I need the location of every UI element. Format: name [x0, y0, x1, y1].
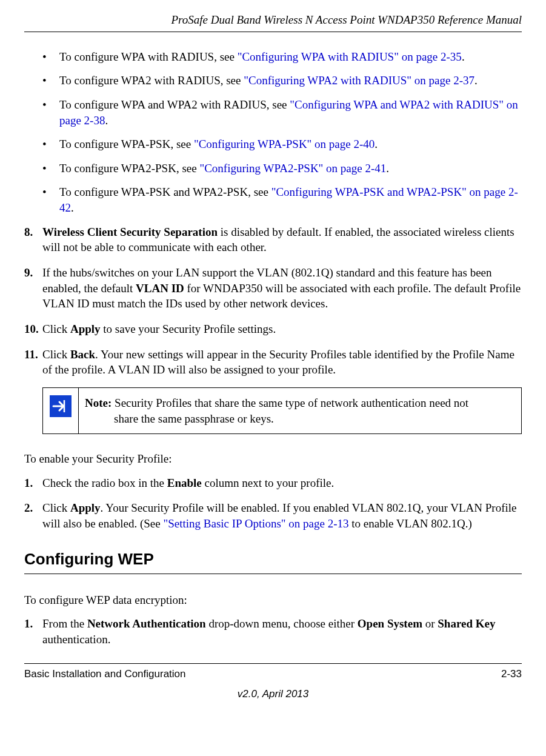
page-header-title: ProSafe Dual Band Wireless N Access Poin… — [24, 12, 522, 32]
text: to save your Security Profile settings. — [101, 323, 276, 335]
text: To configure WPA2-PSK, see — [59, 162, 199, 175]
text: To configure WPA-PSK and WPA2-PSK, see — [59, 186, 271, 198]
step-8: 8. Wireless Client Security Separation i… — [24, 224, 522, 255]
note-box: Note: Security Profiles that share the s… — [42, 387, 522, 434]
text: column next to your profile. — [202, 477, 334, 489]
step-content: Wireless Client Security Separation is d… — [42, 224, 522, 255]
step-content: If the hubs/switches on your LAN support… — [42, 265, 522, 312]
bullet-marker: • — [42, 184, 59, 215]
bullet-content: To configure WPA-PSK and WPA2-PSK, see "… — [59, 184, 522, 215]
link-wpa-radius[interactable]: "Configuring WPA with RADIUS" on page 2-… — [238, 50, 462, 63]
wep-step-1: 1. From the Network Authentication drop-… — [24, 616, 522, 647]
step-number: 1. — [24, 616, 42, 647]
step-content: Check the radio box in the Enable column… — [42, 475, 522, 491]
enable-step-2: 2. Click Apply. Your Security Profile wi… — [24, 500, 522, 531]
text: From the — [42, 617, 87, 630]
bullet-item: • To configure WPA and WPA2 with RADIUS,… — [42, 97, 522, 128]
text: to enable VLAN 802.1Q.) — [349, 517, 472, 530]
bullet-content: To configure WPA-PSK, see "Configuring W… — [59, 136, 522, 152]
step-number: 10. — [24, 321, 42, 337]
text: . — [71, 201, 74, 214]
text: drop-down menu, choose either — [206, 617, 358, 630]
bullet-content: To configure WPA and WPA2 with RADIUS, s… — [59, 97, 522, 128]
page-footer: Basic Installation and Configuration 2-3… — [24, 663, 522, 701]
bullet-content: To configure WPA with RADIUS, see "Confi… — [59, 49, 522, 65]
bullet-content: To configure WPA2-PSK, see "Configuring … — [59, 161, 522, 176]
text: To configure WPA2 with RADIUS, see — [59, 74, 244, 87]
step-9: 9. If the hubs/switches on your LAN supp… — [24, 265, 522, 312]
bullet-marker: • — [42, 49, 59, 65]
note-content: Note: Security Profiles that share the s… — [79, 388, 521, 433]
bold-text: Wireless Client Security Separation — [42, 226, 218, 238]
link-wpa-psk[interactable]: "Configuring WPA-PSK" on page 2-40 — [194, 138, 375, 150]
step-number: 8. — [24, 224, 42, 255]
step-number: 11. — [24, 347, 42, 378]
text: To configure WPA and WPA2 with RADIUS, s… — [59, 98, 290, 111]
bullet-marker: • — [42, 161, 59, 176]
note-icon-cell — [43, 388, 79, 433]
bold-text: VLAN ID — [136, 282, 184, 295]
text: To configure WPA with RADIUS, see — [59, 50, 238, 63]
link-basic-ip-options[interactable]: "Setting Basic IP Options" on page 2-13 — [163, 517, 348, 530]
bold-text: Apply — [70, 501, 101, 514]
enable-step-1: 1. Check the radio box in the Enable col… — [24, 475, 522, 491]
text: or — [422, 617, 438, 630]
footer-version: v2.0, April 2013 — [24, 687, 522, 701]
step-content: From the Network Authentication drop-dow… — [42, 616, 522, 647]
step-11: 11. Click Back. Your new settings will a… — [24, 347, 522, 378]
footer-page-number: 2-33 — [501, 667, 522, 681]
text: To configure WPA-PSK, see — [59, 138, 194, 150]
bold-text: Open System — [358, 617, 422, 630]
bullet-item: • To configure WPA-PSK and WPA2-PSK, see… — [42, 184, 522, 215]
bullet-content: To configure WPA2 with RADIUS, see "Conf… — [59, 73, 522, 89]
step-number: 9. — [24, 265, 42, 312]
step-content: Click Apply. Your Security Profile will … — [42, 500, 522, 531]
wep-intro: To configure WEP data encryption: — [24, 592, 522, 608]
bullet-marker: • — [42, 136, 59, 152]
step-number: 1. — [24, 475, 42, 491]
text: . — [386, 162, 389, 175]
bullet-item: • To configure WPA2 with RADIUS, see "Co… — [42, 73, 522, 89]
text: . Your new settings will appear in the S… — [42, 348, 514, 376]
enable-intro: To enable your Security Profile: — [24, 451, 522, 467]
note-text: share the same passphrase or keys. — [85, 411, 513, 427]
text: . — [375, 138, 378, 150]
text: Click — [42, 323, 70, 335]
text: authentication. — [42, 633, 110, 646]
bold-text: Back — [70, 348, 95, 361]
bullet-marker: • — [42, 73, 59, 89]
bold-text: Shared Key — [438, 617, 495, 630]
text: . — [105, 114, 108, 127]
bullet-item: • To configure WPA2-PSK, see "Configurin… — [42, 161, 522, 176]
step-content: Click Apply to save your Security Profil… — [42, 321, 522, 337]
bold-text: Network Authentication — [87, 617, 206, 630]
text: . — [462, 50, 465, 63]
note-label: Note: — [85, 396, 112, 409]
bold-text: Enable — [167, 477, 202, 489]
text: Click — [42, 348, 70, 361]
bullet-marker: • — [42, 97, 59, 128]
footer-section-name: Basic Installation and Configuration — [24, 667, 186, 681]
text: Check the radio box in the — [42, 477, 167, 489]
step-10: 10. Click Apply to save your Security Pr… — [24, 321, 522, 337]
step-number: 2. — [24, 500, 42, 531]
section-heading-wep: Configuring WEP — [24, 549, 522, 574]
link-wpa2-radius[interactable]: "Configuring WPA2 with RADIUS" on page 2… — [244, 74, 474, 87]
text: Click — [42, 501, 70, 514]
step-content: Click Back. Your new settings will appea… — [42, 347, 522, 378]
bullet-item: • To configure WPA-PSK, see "Configuring… — [42, 136, 522, 152]
bold-text: Apply — [70, 323, 101, 335]
bullet-item: • To configure WPA with RADIUS, see "Con… — [42, 49, 522, 65]
note-text: Security Profiles that share the same ty… — [112, 396, 468, 409]
link-wpa2-psk[interactable]: "Configuring WPA2-PSK" on page 2-41 — [199, 162, 386, 175]
arrow-right-icon — [50, 395, 72, 421]
text: . — [474, 74, 478, 87]
